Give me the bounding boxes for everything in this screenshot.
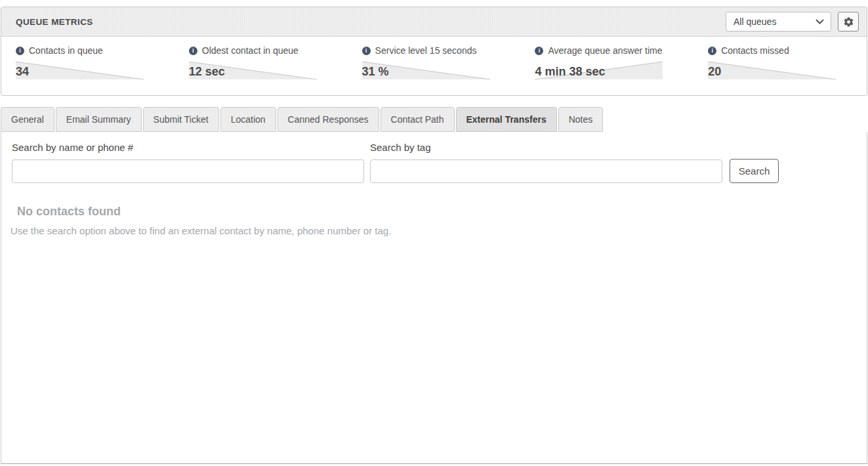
gear-icon bbox=[843, 16, 854, 28]
metric-service-level: i Service level 15 seconds 31 % bbox=[348, 37, 521, 95]
search-by-name-label: Search by name or phone # bbox=[12, 142, 364, 153]
search-by-name-field: Search by name or phone # bbox=[12, 142, 364, 183]
metric-average-queue-answer-time: i Average queue answer time 4 min 38 sec bbox=[520, 37, 693, 95]
search-by-tag-label: Search by tag bbox=[370, 142, 722, 153]
search-by-tag-field: Search by tag bbox=[370, 142, 722, 183]
search-name-input[interactable] bbox=[12, 159, 364, 183]
search-tag-input[interactable] bbox=[370, 159, 722, 183]
metric-value: 34 bbox=[16, 65, 175, 79]
queue-filter-select[interactable]: All queues bbox=[726, 12, 831, 32]
metric-label: Contacts in queue bbox=[29, 45, 103, 56]
search-row: Search by name or phone # Search by tag … bbox=[1, 132, 867, 183]
metric-label: Average queue answer time bbox=[548, 45, 662, 56]
queue-metrics-header: QUEUE METRICS All queues bbox=[1, 7, 867, 37]
tab-contact-path[interactable]: Contact Path bbox=[381, 107, 455, 132]
panel-title: QUEUE METRICS bbox=[16, 17, 93, 27]
metric-label: Service level 15 seconds bbox=[375, 45, 477, 56]
metric-contacts-missed: i Contacts missed 20 bbox=[693, 37, 867, 95]
info-icon[interactable]: i bbox=[16, 47, 24, 55]
tab-external-transfers[interactable]: External Transfers bbox=[456, 107, 557, 132]
tab-email-summary[interactable]: Email Summary bbox=[56, 107, 142, 132]
metric-value: 12 sec bbox=[189, 65, 348, 79]
queue-filter-selected-value: All queues bbox=[734, 16, 776, 27]
info-icon[interactable]: i bbox=[362, 47, 371, 55]
tab-location[interactable]: Location bbox=[220, 107, 276, 132]
external-transfers-panel: Search by name or phone # Search by tag … bbox=[1, 132, 867, 464]
metric-value: 31 % bbox=[362, 65, 521, 79]
empty-state-title: No contacts found bbox=[17, 205, 867, 219]
tab-submit-ticket[interactable]: Submit Ticket bbox=[143, 107, 219, 132]
queue-metrics-panel: QUEUE METRICS All queues i Contacts in q… bbox=[1, 7, 867, 96]
info-icon[interactable]: i bbox=[535, 47, 543, 55]
metric-label: Contacts missed bbox=[721, 45, 789, 56]
empty-state: No contacts found Use the search option … bbox=[1, 205, 867, 236]
metric-label: Oldest contact in queue bbox=[202, 45, 299, 56]
metric-value: 4 min 38 sec bbox=[535, 65, 693, 79]
chevron-down-icon bbox=[816, 19, 824, 24]
metric-value: 20 bbox=[708, 65, 867, 79]
metric-contacts-in-queue: i Contacts in queue 34 bbox=[1, 37, 175, 95]
info-icon[interactable]: i bbox=[708, 47, 716, 55]
tab-canned-responses[interactable]: Canned Responses bbox=[278, 107, 379, 132]
metric-oldest-contact-in-queue: i Oldest contact in queue 12 sec bbox=[175, 37, 348, 95]
empty-state-description: Use the search option above to find an e… bbox=[10, 225, 867, 236]
metrics-row: i Contacts in queue 34 i Oldest contact … bbox=[1, 37, 867, 95]
tab-notes[interactable]: Notes bbox=[558, 107, 604, 132]
header-controls: All queues bbox=[726, 12, 859, 32]
search-button[interactable]: Search bbox=[730, 159, 779, 183]
tab-bar: General Email Summary Submit Ticket Loca… bbox=[1, 107, 868, 132]
tab-general[interactable]: General bbox=[1, 107, 54, 132]
info-icon[interactable]: i bbox=[189, 47, 197, 55]
settings-button[interactable] bbox=[838, 12, 859, 32]
